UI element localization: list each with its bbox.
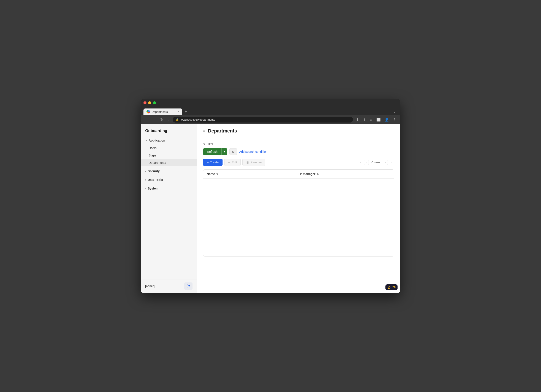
badge-label: 20 [393, 285, 395, 289]
create-button[interactable]: + Create [203, 159, 223, 166]
nav-section-security-header[interactable]: › Security [141, 167, 197, 175]
new-tab-button[interactable]: + [183, 108, 189, 115]
refresh-button[interactable]: Refresh [203, 148, 221, 155]
logout-button[interactable] [184, 282, 192, 290]
first-page-button[interactable]: « [358, 160, 363, 165]
nav-section-system-label: System [148, 187, 159, 190]
reload-button[interactable]: ↻ [159, 117, 164, 123]
table-header: Name ⇅ Hr manager ⇅ [203, 170, 394, 178]
url-text: localhost:8080/departments [181, 118, 215, 121]
data-table: Name ⇅ Hr manager ⇅ [203, 169, 394, 256]
sidebar-nav: ∨ Application Users Steps Departments [141, 136, 197, 279]
traffic-light-yellow[interactable] [148, 101, 151, 104]
main-content: ≡ Departments ∨ Filter Refresh [197, 124, 400, 293]
tab-menu-chevron: ⌄ [391, 110, 398, 115]
nav-section-system: › System [141, 184, 197, 192]
edit-label: Edit [232, 161, 237, 164]
last-page-button[interactable]: » [389, 160, 394, 165]
nav-section-data-tools: › Data Tools [141, 176, 197, 184]
nav-section-security: › Security [141, 167, 197, 175]
remove-label: Remove [250, 161, 262, 164]
share-icon[interactable]: ⬆ [361, 117, 367, 123]
tab-title: Departments [152, 110, 168, 114]
nav-section-data-tools-header[interactable]: › Data Tools [141, 176, 197, 184]
more-options-icon[interactable]: ⋮ [391, 117, 398, 123]
sidebar-item-users[interactable]: Users [141, 144, 197, 152]
action-buttons-left: + Create ✏ Edit 🗑 Remove [203, 159, 265, 166]
tab-close-button[interactable]: × [178, 110, 179, 114]
refresh-dropdown-button[interactable]: ▾ [221, 148, 227, 155]
nav-section-application: ∨ Application Users Steps Departments [141, 136, 197, 166]
add-search-condition-button[interactable]: Add search condition [239, 149, 267, 155]
settings-button[interactable]: ⚙ [229, 148, 237, 155]
pagination: « ‹ 0 rows › » [358, 160, 394, 165]
filter-chevron-icon: ∨ [203, 142, 205, 146]
svg-marker-1 [388, 286, 391, 289]
watermark-badge: 20 [385, 284, 398, 290]
sidebar: Onboarding ∨ Application Users Steps [141, 124, 197, 293]
sidebar-item-steps[interactable]: Steps [141, 152, 197, 159]
nav-section-application-label: Application [149, 139, 165, 142]
edit-button[interactable]: ✏ Edit [224, 159, 241, 166]
bookmark-icon[interactable]: ☆ [368, 117, 374, 123]
lock-icon: 🔒 [176, 118, 179, 121]
page-title: Departments [208, 128, 237, 134]
filter-header[interactable]: ∨ Filter [203, 142, 394, 146]
nav-sub-items-application: Users Steps Departments [141, 144, 197, 166]
traffic-light-green[interactable] [153, 101, 156, 104]
reader-view-icon[interactable]: ⬜ [375, 117, 382, 123]
sort-icon-hr-manager: ⇅ [317, 173, 319, 175]
chevron-right-icon-2: › [145, 178, 146, 181]
trash-icon: 🗑 [246, 161, 249, 164]
back-button[interactable]: ← [143, 117, 150, 123]
remove-button[interactable]: 🗑 Remove [242, 159, 265, 166]
refresh-button-group: Refresh ▾ [203, 148, 227, 155]
prev-page-button[interactable]: ‹ [364, 160, 369, 165]
tab-favicon [146, 110, 150, 114]
filter-controls: Refresh ▾ ⚙ Add search condition [203, 148, 394, 155]
hamburger-button[interactable]: ≡ [203, 129, 205, 133]
sidebar-footer: [admin] [141, 279, 197, 293]
col-header-hr-manager[interactable]: Hr manager ⇅ [299, 172, 390, 176]
action-bar: + Create ✏ Edit 🗑 Remove « [203, 159, 394, 166]
sidebar-item-departments[interactable]: Departments [141, 159, 197, 166]
pencil-icon: ✏ [228, 161, 230, 164]
main-body: ∨ Filter Refresh ▾ ⚙ [197, 138, 400, 293]
chevron-right-icon: › [145, 170, 146, 172]
nav-section-security-label: Security [148, 169, 160, 173]
filter-label: Filter [207, 142, 213, 146]
home-button[interactable]: ⌂ [166, 117, 171, 123]
traffic-light-red[interactable] [143, 101, 146, 104]
next-page-button[interactable]: › [383, 160, 388, 165]
sidebar-title: Onboarding [141, 124, 197, 136]
nav-section-application-header[interactable]: ∨ Application [141, 136, 197, 144]
nav-section-data-tools-label: Data Tools [148, 178, 163, 182]
forward-button[interactable]: → [151, 117, 157, 123]
chevron-down-icon-refresh: ▾ [224, 150, 225, 153]
download-icon[interactable]: ⬇ [355, 117, 360, 123]
rows-count-label: 0 rows [371, 161, 380, 164]
address-bar: 🔒 localhost:8080/departments [173, 117, 353, 123]
user-label: [admin] [145, 284, 155, 288]
main-header: ≡ Departments [197, 124, 400, 138]
chevron-down-icon: ∨ [145, 139, 147, 142]
gear-icon: ⚙ [232, 150, 235, 153]
chevron-right-icon-3: › [145, 187, 146, 190]
browser-tab[interactable]: Departments × [143, 109, 182, 115]
col-header-name[interactable]: Name ⇅ [207, 172, 299, 176]
nav-section-system-header[interactable]: › System [141, 184, 197, 192]
sort-icon-name: ⇅ [216, 173, 218, 175]
profile-icon[interactable]: 👤 [383, 117, 390, 123]
table-body [203, 178, 394, 256]
filter-section: ∨ Filter Refresh ▾ ⚙ [203, 142, 394, 155]
